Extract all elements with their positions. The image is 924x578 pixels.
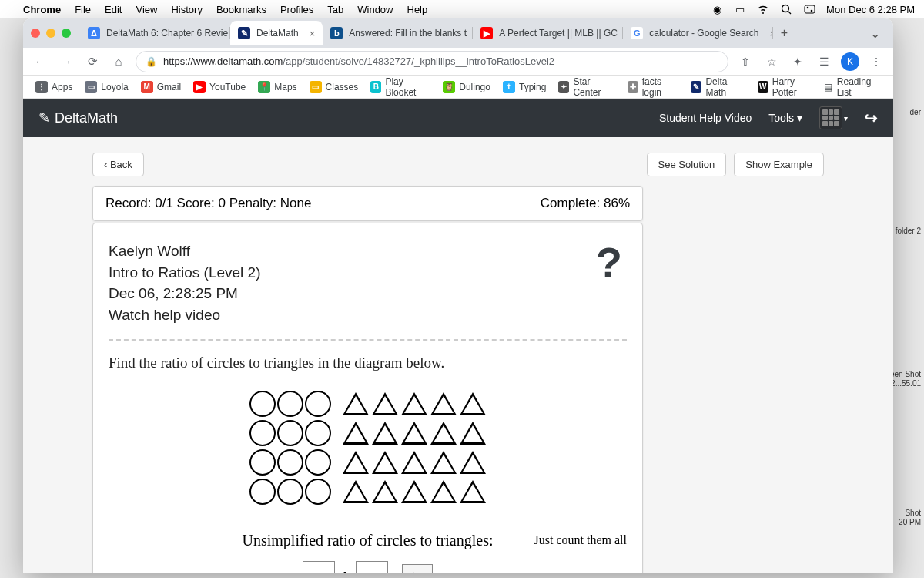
star-icon[interactable]: ☆ [762,55,781,68]
help-question-icon[interactable]: ? [596,237,622,287]
browser-tab[interactable]: ▶ A Perfect Target || MLB || GC × [473,21,623,45]
bookmark-item[interactable]: ▭Classes [305,73,363,101]
bookmark-icon: 🦉 [443,81,455,93]
bookmark-label: Loyola [101,82,128,92]
bookmark-item[interactable]: ✚facts login [623,73,684,101]
student-help-video[interactable]: Student Help Video [659,112,752,124]
tabstrip-chevron[interactable]: ⌄ [864,26,886,41]
ratio-input-1[interactable] [303,561,335,573]
browser-toolbar: ← → ⟳ ⌂ 🔒 https://www.deltamath.com/app/… [23,48,893,76]
problem-title: Intro to Ratios (Level 2) [109,262,627,284]
nav-forward: → [57,55,75,68]
circle-shape [249,449,276,476]
bookmark-item[interactable]: tTyping [498,73,551,101]
circle-shape [305,420,331,446]
tab-title: calculator - Google Search [649,28,758,39]
circle-shape [305,449,331,476]
see-solution-button[interactable]: See Solution [647,153,727,176]
menu-file[interactable]: File [75,4,91,15]
watch-help-video[interactable]: Watch help video [109,307,220,323]
back-label: Back [110,159,132,170]
triangle-shape [460,480,486,503]
menu-bookmarks[interactable]: Bookmarks [216,4,266,15]
menu-window[interactable]: Window [357,4,393,15]
close-window[interactable] [31,29,40,38]
bookmark-icon: ▭ [85,81,97,93]
menu-history[interactable]: History [171,4,202,15]
bookmark-item[interactable]: WHarry Potter [753,73,821,101]
menubar-clock[interactable]: Mon Dec 6 2:28 PM [826,4,915,15]
screenrec-icon[interactable]: ◉ [711,3,723,15]
menu-profiles[interactable]: Profiles [280,4,313,15]
sidepanel-icon[interactable]: ☰ [815,55,833,68]
reading-list[interactable]: ▤ Reading List [824,76,886,98]
show-example-button[interactable]: Show Example [734,153,824,176]
back-button[interactable]: ‹ Back [92,153,144,176]
ratio-input-2[interactable] [356,561,388,573]
bookmark-item[interactable]: ⋮⋮⋮Apps [31,73,77,101]
triangle-shape [401,392,427,415]
maximize-window[interactable] [62,29,71,38]
menubar-app[interactable]: Chrome [23,4,61,15]
browser-tab[interactable]: b Answered: Fill in the blanks t × [323,21,473,45]
svg-rect-2 [805,5,815,13]
svg-line-1 [788,12,792,15]
desktop-corner: der [910,108,921,117]
browser-tab[interactable]: Δ DeltaMath 6: Chapter 6 Revie × [80,21,230,45]
bookmark-item[interactable]: 📍Maps [253,73,301,101]
nav-home[interactable]: ⌂ [109,55,128,68]
wifi-icon[interactable] [757,3,769,15]
tab-title: Answered: Fill in the blanks t [349,28,467,39]
bookmark-item[interactable]: ▶YouTube [189,73,250,101]
exit-icon[interactable]: ↪ [865,109,878,127]
control-center-icon[interactable] [803,3,815,15]
new-tab-button[interactable]: + [773,22,795,44]
triangle-shape [372,422,398,445]
bookmark-item[interactable]: MGmail [136,73,186,101]
kebab-icon[interactable]: ⋮ [867,55,886,68]
menu-edit[interactable]: Edit [105,4,122,15]
search-icon[interactable] [780,3,792,15]
desktop-folder: d folder 2 [889,227,921,236]
tools-dropdown[interactable]: Tools ▾ [768,112,802,124]
browser-tab[interactable]: ✎ DeltaMath × [230,21,323,45]
triangle-shape [343,422,369,445]
menu-tab[interactable]: Tab [327,4,343,15]
menu-view[interactable]: View [136,4,157,15]
bookmark-item[interactable]: 🦉Dulingo [438,73,495,101]
svg-point-3 [806,7,808,9]
tools-label: Tools [768,112,794,124]
share-icon[interactable]: ⇧ [736,55,755,68]
tab-title: DeltaMath 6: Chapter 6 Revie [106,28,228,39]
extensions-icon[interactable]: ✦ [788,55,807,68]
nav-reload[interactable]: ⟳ [83,55,102,69]
minimize-window[interactable] [46,29,55,38]
triangle-shape [401,480,427,503]
bookmark-item[interactable]: ▭Loyola [80,73,132,101]
triangle-shape [460,422,486,445]
bookmark-label: Delta Math [705,76,745,98]
triangle-shape [343,392,369,415]
tab-favicon: b [330,27,343,39]
battery-icon[interactable]: ▭ [734,3,746,15]
nav-back[interactable]: ← [31,55,49,68]
bookmark-icon: ▶ [193,81,206,93]
chrome-window: Δ DeltaMath 6: Chapter 6 Revie × ✎ Delta… [23,18,893,573]
circle-shape [277,449,303,476]
bookmark-item[interactable]: ✦Star Center [554,73,619,101]
try-button[interactable]: try [402,564,433,573]
bookmark-item[interactable]: ✎Delta Math [686,73,749,101]
tab-close-icon[interactable]: × [305,28,316,39]
traffic-lights [31,29,71,38]
circle-shape [249,479,276,505]
browser-tab[interactable]: G calculator - Google Search × [623,21,773,45]
omnibox[interactable]: 🔒 https://www.deltamath.com/app/student/… [136,51,728,72]
bookmark-icon: 📍 [258,81,270,93]
chevron-down-icon: ▾ [797,112,802,124]
svg-point-0 [782,5,789,12]
dm-brand[interactable]: ✎ DeltaMath [38,109,118,126]
calculator-icon[interactable]: ▾ [819,106,848,129]
bookmark-item[interactable]: BPlay Blooket [366,73,435,101]
menu-help[interactable]: Help [407,4,428,15]
profile-avatar[interactable]: K [841,52,859,71]
